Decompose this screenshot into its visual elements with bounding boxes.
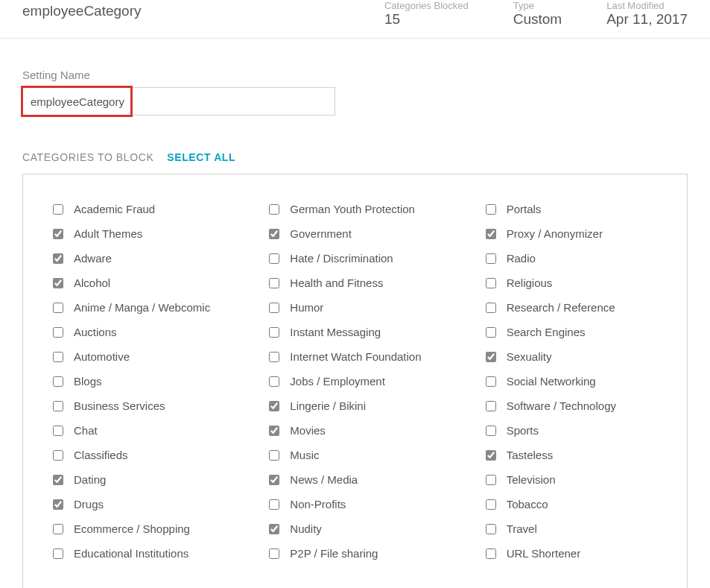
category-checkbox[interactable] <box>53 352 63 362</box>
category-row: Instant Messaging <box>269 320 440 344</box>
category-label: Adware <box>74 252 112 265</box>
category-label: Travel <box>507 522 537 535</box>
category-row: Software / Technology <box>486 393 657 418</box>
category-label: Humor <box>290 301 323 314</box>
category-checkbox[interactable] <box>53 303 63 313</box>
category-checkbox[interactable] <box>486 278 496 288</box>
category-checkbox[interactable] <box>269 549 279 559</box>
category-checkbox[interactable] <box>486 229 496 239</box>
category-checkbox[interactable] <box>269 450 279 461</box>
category-checkbox[interactable] <box>53 499 63 510</box>
category-checkbox[interactable] <box>269 327 279 338</box>
category-checkbox[interactable] <box>269 376 279 387</box>
category-checkbox[interactable] <box>486 352 496 362</box>
category-checkbox[interactable] <box>53 401 63 411</box>
category-checkbox[interactable] <box>53 450 63 461</box>
category-label: Anime / Manga / Webcomic <box>74 301 210 314</box>
category-checkbox[interactable] <box>53 426 63 436</box>
category-row: News / Media <box>269 467 440 492</box>
category-checkbox[interactable] <box>269 253 279 264</box>
category-row: Business Services <box>53 393 224 418</box>
category-row: Blogs <box>53 369 224 393</box>
setting-name-label: Setting Name <box>22 69 688 81</box>
category-checkbox[interactable] <box>53 253 63 264</box>
category-checkbox[interactable] <box>53 327 63 338</box>
category-label: Software / Technology <box>507 399 616 412</box>
category-row: Social Networking <box>486 369 657 393</box>
category-checkbox[interactable] <box>269 499 279 510</box>
category-row: Drugs <box>53 492 224 516</box>
category-checkbox[interactable] <box>269 303 279 313</box>
category-label: Religious <box>507 276 553 289</box>
category-checkbox[interactable] <box>486 524 496 534</box>
category-checkbox[interactable] <box>269 204 279 215</box>
category-checkbox[interactable] <box>486 327 496 338</box>
category-label: Lingerie / Bikini <box>290 399 366 412</box>
category-checkbox[interactable] <box>53 376 63 387</box>
category-row: Academic Fraud <box>53 197 224 221</box>
category-row: Portals <box>486 197 657 221</box>
category-checkbox[interactable] <box>486 303 496 313</box>
category-row: Health and Fitness <box>269 271 440 295</box>
setting-name-wrap <box>22 87 335 116</box>
summary-group: Categories Blocked 15 Type Custom Last M… <box>384 0 688 28</box>
category-row: Hate / Discrimination <box>269 246 440 271</box>
category-checkbox[interactable] <box>486 401 496 411</box>
category-label: P2P / File sharing <box>290 547 378 560</box>
category-label: Hate / Discrimination <box>290 252 393 265</box>
category-label: Non-Profits <box>290 498 346 510</box>
category-label: Ecommerce / Shopping <box>74 522 190 535</box>
category-checkbox[interactable] <box>486 253 496 264</box>
category-checkbox[interactable] <box>53 475 63 485</box>
category-checkbox[interactable] <box>486 450 496 461</box>
category-checkbox[interactable] <box>269 278 279 288</box>
category-row: Non-Profits <box>269 492 440 516</box>
setting-name-input[interactable] <box>22 87 335 116</box>
categories-col-3: PortalsProxy / AnonymizerRadioReligiousR… <box>486 197 657 566</box>
category-checkbox[interactable] <box>53 204 63 215</box>
category-checkbox[interactable] <box>486 475 496 485</box>
category-label: Proxy / Anonymizer <box>507 227 603 240</box>
category-label: Health and Fitness <box>290 276 383 289</box>
category-checkbox[interactable] <box>486 204 496 215</box>
category-label: Automotive <box>74 350 130 363</box>
category-row: Research / Reference <box>486 295 657 320</box>
category-checkbox[interactable] <box>269 426 279 436</box>
category-label: Research / Reference <box>507 301 615 314</box>
summary-label: Last Modified <box>606 0 688 11</box>
category-label: Tasteless <box>507 449 554 461</box>
category-label: Chat <box>74 424 98 437</box>
category-row: Automotive <box>53 344 224 369</box>
category-checkbox[interactable] <box>269 401 279 411</box>
category-label: Portals <box>507 203 542 215</box>
page-title: employeeCategory <box>22 0 141 19</box>
category-label: Jobs / Employment <box>290 375 385 388</box>
categories-col-2: German Youth ProtectionGovernmentHate / … <box>269 197 440 566</box>
category-row: Humor <box>269 295 440 320</box>
category-row: Jobs / Employment <box>269 369 440 393</box>
category-checkbox[interactable] <box>486 376 496 387</box>
category-row: URL Shortener <box>486 541 657 566</box>
select-all-button[interactable]: SELECT ALL <box>167 151 235 163</box>
category-row: Chat <box>53 418 224 443</box>
category-label: Movies <box>290 424 326 437</box>
category-checkbox[interactable] <box>269 352 279 362</box>
category-checkbox[interactable] <box>269 524 279 534</box>
category-checkbox[interactable] <box>486 499 496 510</box>
category-label: News / Media <box>290 473 358 486</box>
category-checkbox[interactable] <box>53 278 63 288</box>
category-label: German Youth Protection <box>290 203 415 215</box>
category-checkbox[interactable] <box>269 475 279 485</box>
category-row: Dating <box>53 467 224 492</box>
category-label: Search Engines <box>507 326 586 338</box>
summary-label: Type <box>513 0 562 11</box>
category-checkbox[interactable] <box>53 549 63 559</box>
category-checkbox[interactable] <box>486 549 496 559</box>
category-label: Educational Institutions <box>74 547 188 560</box>
category-checkbox[interactable] <box>53 229 63 239</box>
category-checkbox[interactable] <box>53 524 63 534</box>
categories-box: Academic FraudAdult ThemesAdwareAlcoholA… <box>22 174 688 588</box>
categories-heading: CATEGORIES TO BLOCK <box>22 151 153 163</box>
category-checkbox[interactable] <box>269 229 279 239</box>
category-checkbox[interactable] <box>486 426 496 436</box>
